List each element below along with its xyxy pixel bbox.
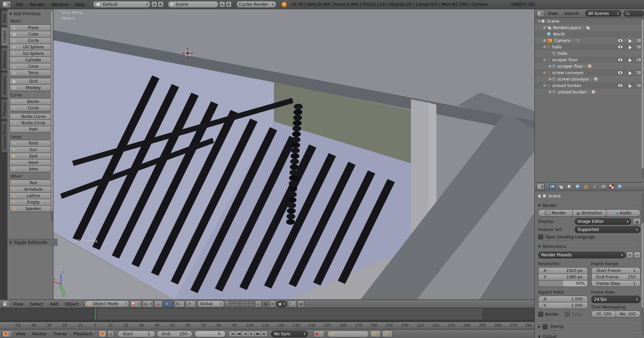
panel-grip[interactable]: ∷∷ xyxy=(46,12,51,16)
pin-icon[interactable] xyxy=(538,195,541,197)
expander-icon[interactable]: ⊕ xyxy=(542,26,547,29)
insert-keyframe-button[interactable] xyxy=(370,330,381,337)
layers-grid-2[interactable] xyxy=(240,301,254,307)
play-forward-button[interactable]: ▶ xyxy=(248,331,255,337)
add-armature-button[interactable]: ⋔Armature xyxy=(9,186,51,193)
rotate-manipulator-button[interactable]: ↻ xyxy=(175,300,185,308)
add-area-button[interactable]: ▭Area xyxy=(9,166,51,172)
render-engine-selector[interactable]: Cycles Render ▴▾ xyxy=(236,1,276,8)
editor-type-selector[interactable]: ≡ ▴▾ xyxy=(536,10,544,17)
outliner-item-label[interactable]: halle xyxy=(552,45,562,49)
aspect-x-field[interactable]: ‹X: 1.000› xyxy=(538,296,588,302)
display-selector[interactable]: Image Editor ▴▾ xyxy=(575,218,631,225)
renderability-camera-icon[interactable] xyxy=(636,39,641,43)
render-animation-button[interactable]: ▤ Animation xyxy=(572,209,607,217)
add-uv-sphere-button[interactable]: ⊕UV Sphere xyxy=(9,44,51,50)
use-preview-range-button[interactable] xyxy=(98,330,107,337)
panel-grip[interactable]: ∷∷ xyxy=(636,204,641,208)
render-panel-header[interactable]: ▼ Render ∷∷ xyxy=(538,202,641,209)
outliner-item-label[interactable]: halle xyxy=(557,51,567,56)
shelf-tab-tools[interactable]: Tools xyxy=(1,10,8,26)
outliner-row[interactable]: ⊕RenderLayers| xyxy=(535,24,644,31)
delete-layout-button[interactable]: ✕ xyxy=(158,1,164,7)
opengl-render-button[interactable] xyxy=(288,300,297,308)
viewport-shading-selector[interactable]: ▴▾ xyxy=(130,300,141,308)
panel-grip[interactable]: ∷∷ xyxy=(636,335,641,338)
feature-set-selector[interactable]: Supported ▴▾ xyxy=(575,226,641,233)
menu-render[interactable]: Render xyxy=(26,2,48,7)
layer-cell[interactable] xyxy=(236,303,239,307)
add-plane-button[interactable]: □Plane xyxy=(9,24,51,31)
outliner-scrollbar[interactable] xyxy=(642,19,643,178)
stamp-panel-header[interactable]: ▶ Stamp ∷∷ xyxy=(538,323,641,330)
lock-to-scene-button[interactable] xyxy=(255,300,261,308)
visibility-eye-icon[interactable] xyxy=(618,71,623,75)
outliner-item-label[interactable]: scraper floor xyxy=(552,58,578,62)
remove-preset-button[interactable]: − xyxy=(634,252,641,258)
outliner-item-label[interactable]: Camera xyxy=(554,38,570,43)
next-keyframe-button[interactable]: ▶▶ xyxy=(254,331,261,337)
add-nurbs-curve-button[interactable]: ⌣Nurbs Curve xyxy=(9,113,51,120)
timeline-ruler[interactable]: -50-40-30-20-100102030405060708090100110… xyxy=(0,322,534,330)
outliner-row[interactable]: World xyxy=(535,31,644,37)
current-frame-field[interactable]: ‹ 0› xyxy=(194,331,226,337)
visibility-eye-icon[interactable] xyxy=(618,39,623,42)
editor-type-selector[interactable]: ▴▾ xyxy=(2,1,11,8)
display-filter-selector[interactable]: All Scenes ▴▾ xyxy=(585,10,622,17)
menu-object[interactable]: Object xyxy=(62,301,82,307)
selectability-cursor-icon[interactable] xyxy=(627,44,632,49)
pivot-point-selector[interactable]: ◎ ▴▾ xyxy=(142,300,153,308)
add-nurbs-circle-button[interactable]: ◯Nurbs Circle xyxy=(9,120,51,126)
add-primitive-panel-header[interactable]: ▼ Add Primitive ∷∷ xyxy=(9,10,51,17)
menu-view[interactable]: View xyxy=(544,11,561,16)
stamp-checkbox[interactable] xyxy=(543,324,548,329)
frame-step-field[interactable]: ‹Frame Step: 1› xyxy=(591,280,641,287)
add-sun-button[interactable]: ☀Sun xyxy=(9,146,51,153)
start-frame-field[interactable]: ‹Start Frame: 1› xyxy=(591,267,641,274)
layer-cell[interactable] xyxy=(251,303,254,307)
auto-keyframe-button[interactable]: ● xyxy=(314,330,324,337)
resolution-x-field[interactable]: ‹X: 1920 px› xyxy=(538,267,588,274)
visibility-eye-icon[interactable] xyxy=(618,84,623,87)
tab-constraints[interactable]: ∞ xyxy=(591,183,599,190)
menu-select[interactable]: Select xyxy=(27,301,47,307)
menu-marker[interactable]: Marker xyxy=(29,331,50,336)
add-circle-button[interactable]: ○Circle xyxy=(9,37,51,44)
add-scene-button[interactable]: + xyxy=(219,1,225,7)
shelf-tab-create[interactable]: Create xyxy=(1,27,8,46)
menu-help[interactable]: Help xyxy=(72,2,88,7)
jump-to-end-button[interactable]: ▶| xyxy=(261,331,268,337)
prev-keyframe-button[interactable]: ◀◀ xyxy=(235,331,242,337)
layers-grid-1[interactable] xyxy=(226,301,239,307)
mode-selector[interactable]: ▧ Object Mode ▴▾ xyxy=(85,300,129,307)
add-cylinder-button[interactable]: ▯Cylinder xyxy=(9,57,51,63)
editor-type-selector[interactable]: ◆ ▴▾ xyxy=(2,300,10,307)
frame-rate-selector[interactable]: 24 fps ▴▾ xyxy=(591,296,641,303)
jump-to-start-button[interactable]: |◀ xyxy=(229,331,235,337)
resolution-y-field[interactable]: ‹Y: 1080 px› xyxy=(538,274,588,280)
transform-orientation-selector[interactable]: Global ▴▾ xyxy=(197,300,224,307)
shelf-tab-animation[interactable]: Animation xyxy=(1,72,8,98)
expander-icon[interactable]: ⊕ xyxy=(542,39,547,42)
add-hemi-button[interactable]: ◠Hemi xyxy=(9,159,51,166)
outliner-item-label[interactable]: screw conveyor xyxy=(552,70,584,75)
add-path-button[interactable]: ↗Path xyxy=(9,126,51,133)
add-preset-button[interactable]: + xyxy=(626,252,633,258)
expander-icon[interactable]: ⊖ xyxy=(542,84,547,87)
remap-new-field[interactable]: ‹Ne: 100› xyxy=(616,311,641,317)
shelf-tab-physics[interactable]: Physics xyxy=(1,99,8,120)
osl-checkbox[interactable] xyxy=(538,234,543,239)
outliner-row[interactable]: ⊕▽unload bunker| xyxy=(535,89,644,95)
dimensions-panel-header[interactable]: ▼ Dimensions ∷∷ xyxy=(538,243,641,250)
end-frame-field[interactable]: ‹End Frame: 250› xyxy=(591,274,641,280)
editor-type-selector[interactable]: ▴▾ xyxy=(2,331,12,337)
outliner-item-label[interactable]: screw conveyor xyxy=(557,77,589,82)
menu-add[interactable]: Add xyxy=(46,301,61,307)
expander-icon[interactable]: ⊖ xyxy=(542,45,547,49)
outliner-row[interactable]: ▽halle xyxy=(535,50,644,57)
snap-toggle-button[interactable]: Ω xyxy=(270,300,276,308)
renderability-camera-icon[interactable] xyxy=(636,84,641,88)
add-grid-button[interactable]: ▦Grid xyxy=(9,78,51,85)
selectability-cursor-icon[interactable] xyxy=(627,57,632,62)
add-empty-button[interactable]: +Empty xyxy=(9,199,51,206)
